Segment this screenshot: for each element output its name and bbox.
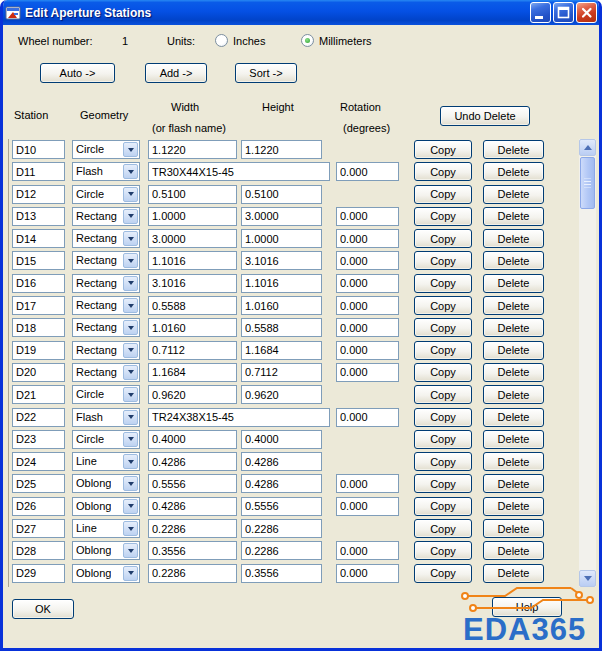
sort-button[interactable]: Sort -> — [235, 63, 297, 83]
rotation-field[interactable] — [336, 564, 399, 583]
copy-button[interactable]: Copy — [414, 185, 472, 204]
station-field[interactable] — [12, 452, 65, 471]
height-field[interactable] — [241, 274, 322, 293]
ok-button[interactable]: OK — [12, 599, 74, 619]
geometry-select[interactable]: Rectang — [72, 207, 140, 226]
scroll-down-button[interactable] — [579, 570, 596, 587]
copy-button[interactable]: Copy — [414, 318, 472, 337]
geometry-select[interactable]: Line — [72, 519, 140, 538]
geometry-select[interactable]: Rectang — [72, 318, 140, 337]
scrollbar-thumb[interactable] — [580, 157, 595, 209]
chevron-down-icon[interactable] — [123, 298, 138, 313]
copy-button[interactable]: Copy — [414, 519, 472, 538]
width-field[interactable] — [148, 497, 237, 516]
station-field[interactable] — [12, 296, 65, 315]
inches-radio-label[interactable]: Inches — [233, 35, 265, 47]
geometry-select[interactable]: Circle — [72, 430, 140, 449]
height-field[interactable] — [241, 385, 322, 404]
copy-button[interactable]: Copy — [414, 251, 472, 270]
width-field[interactable] — [148, 363, 237, 382]
chevron-down-icon[interactable] — [123, 432, 138, 447]
station-field[interactable] — [12, 497, 65, 516]
geometry-select[interactable]: Rectang — [72, 296, 140, 315]
delete-button[interactable]: Delete — [483, 408, 544, 427]
delete-button[interactable]: Delete — [483, 229, 544, 248]
copy-button[interactable]: Copy — [414, 207, 472, 226]
chevron-down-icon[interactable] — [123, 543, 138, 558]
chevron-down-icon[interactable] — [123, 521, 138, 536]
rotation-field[interactable] — [336, 318, 399, 337]
chevron-down-icon[interactable] — [123, 343, 138, 358]
width-field[interactable] — [148, 251, 237, 270]
station-field[interactable] — [12, 385, 65, 404]
geometry-select[interactable]: Circle — [72, 385, 140, 404]
station-field[interactable] — [12, 341, 65, 360]
height-field[interactable] — [241, 140, 322, 159]
delete-button[interactable]: Delete — [483, 452, 544, 471]
chevron-down-icon[interactable] — [123, 365, 138, 380]
title-bar[interactable]: Edit Aperture Stations — [0, 0, 602, 25]
height-field[interactable] — [241, 229, 322, 248]
delete-button[interactable]: Delete — [483, 341, 544, 360]
delete-button[interactable]: Delete — [483, 251, 544, 270]
delete-button[interactable]: Delete — [483, 497, 544, 516]
chevron-down-icon[interactable] — [123, 410, 138, 425]
height-field[interactable] — [241, 207, 322, 226]
delete-button[interactable]: Delete — [483, 519, 544, 538]
copy-button[interactable]: Copy — [414, 341, 472, 360]
copy-button[interactable]: Copy — [414, 229, 472, 248]
chevron-down-icon[interactable] — [123, 253, 138, 268]
height-field[interactable] — [241, 541, 322, 560]
copy-button[interactable]: Copy — [414, 140, 472, 159]
rotation-field[interactable] — [336, 474, 399, 493]
width-field[interactable] — [148, 430, 237, 449]
rotation-field[interactable] — [336, 541, 399, 560]
height-field[interactable] — [241, 296, 322, 315]
geometry-select[interactable]: Circle — [72, 185, 140, 204]
delete-button[interactable]: Delete — [483, 430, 544, 449]
height-field[interactable] — [241, 318, 322, 337]
station-field[interactable] — [12, 564, 65, 583]
station-field[interactable] — [12, 207, 65, 226]
chevron-down-icon[interactable] — [123, 387, 138, 402]
geometry-select[interactable]: Oblong — [72, 474, 140, 493]
delete-button[interactable]: Delete — [483, 207, 544, 226]
copy-button[interactable]: Copy — [414, 497, 472, 516]
height-field[interactable] — [241, 341, 322, 360]
station-field[interactable] — [12, 541, 65, 560]
rotation-field[interactable] — [336, 162, 399, 181]
delete-button[interactable]: Delete — [483, 162, 544, 181]
copy-button[interactable]: Copy — [414, 541, 472, 560]
station-field[interactable] — [12, 363, 65, 382]
chevron-down-icon[interactable] — [123, 231, 138, 246]
delete-button[interactable]: Delete — [483, 296, 544, 315]
delete-button[interactable]: Delete — [483, 274, 544, 293]
rotation-field[interactable] — [336, 207, 399, 226]
rotation-field[interactable] — [336, 296, 399, 315]
width-field[interactable] — [148, 408, 330, 427]
height-field[interactable] — [241, 251, 322, 270]
height-field[interactable] — [241, 564, 322, 583]
station-field[interactable] — [12, 430, 65, 449]
chevron-down-icon[interactable] — [123, 499, 138, 514]
rotation-field[interactable] — [336, 497, 399, 516]
copy-button[interactable]: Copy — [414, 564, 472, 583]
station-field[interactable] — [12, 185, 65, 204]
geometry-select[interactable]: Circle — [72, 140, 140, 159]
width-field[interactable] — [148, 185, 237, 204]
delete-button[interactable]: Delete — [483, 474, 544, 493]
width-field[interactable] — [148, 140, 237, 159]
width-field[interactable] — [148, 229, 237, 248]
geometry-select[interactable]: Line — [72, 452, 140, 471]
copy-button[interactable]: Copy — [414, 296, 472, 315]
delete-button[interactable]: Delete — [483, 185, 544, 204]
rotation-field[interactable] — [336, 229, 399, 248]
millimeters-radio-label[interactable]: Millimeters — [319, 35, 372, 47]
station-field[interactable] — [12, 474, 65, 493]
geometry-select[interactable]: Oblong — [72, 497, 140, 516]
undo-delete-button[interactable]: Undo Delete — [440, 106, 530, 126]
copy-button[interactable]: Copy — [414, 385, 472, 404]
width-field[interactable] — [148, 385, 237, 404]
chevron-down-icon[interactable] — [123, 187, 138, 202]
geometry-select[interactable]: Rectang — [72, 251, 140, 270]
